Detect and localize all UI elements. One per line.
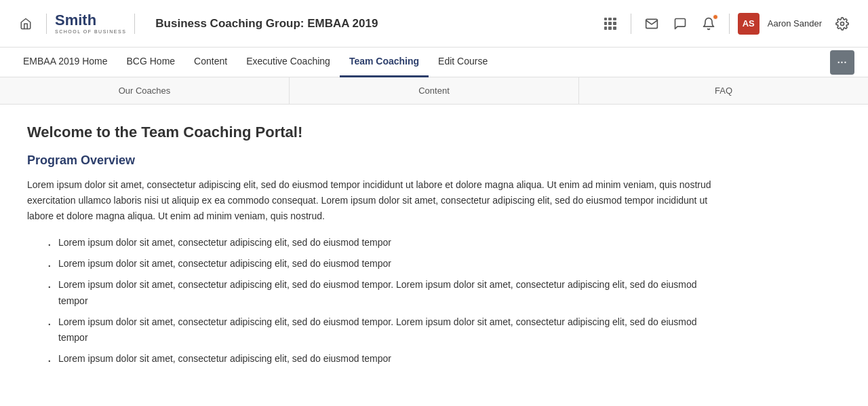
logo-name: Smith [55,12,96,29]
list-item: Lorem ipsum dolor sit amet, consectetur … [47,351,719,367]
program-overview-heading: Program Overview [27,153,719,168]
nav-embaa-home[interactable]: EMBAA 2019 Home [14,48,117,77]
secondary-nav-faq[interactable]: FAQ [579,77,868,105]
bullet-list: Lorem ipsum dolor sit amet, consectetur … [27,235,719,367]
list-item: Lorem ipsum dolor sit amet, consectetur … [47,235,719,251]
nav-bcg-home[interactable]: BCG Home [117,48,185,77]
grid-icon [604,18,616,30]
secondary-nav-our-coaches[interactable]: Our Coaches [0,77,290,105]
divider-1 [46,14,47,34]
nav-team-coaching[interactable]: Team Coaching [340,48,429,77]
logo-subtitle: School of Business [55,29,126,35]
list-item: Lorem ipsum dolor sit amet, consectetur … [47,277,719,308]
main-content: Welcome to the Team Coaching Portal! Pro… [0,105,746,391]
avatar[interactable]: AS [738,13,760,35]
overview-paragraph: Lorem ipsum dolor sit amet, consectetur … [27,177,719,224]
top-bar-icons: AS Aaron Sander [598,12,854,36]
apps-grid-button[interactable] [598,12,623,36]
nav-content[interactable]: Content [184,48,237,77]
logo: Smith School of Business [55,12,126,35]
list-item: Lorem ipsum dolor sit amet, consectetur … [47,314,719,346]
nav-executive-coaching[interactable]: Executive Coaching [237,48,340,77]
secondary-nav: Our Coaches Content FAQ [0,77,868,105]
secondary-nav-content[interactable]: Content [290,77,579,105]
primary-nav: EMBAA 2019 Home BCG Home Content Executi… [0,48,868,77]
nav-more-button[interactable]: ··· [830,50,854,75]
nav-edit-course[interactable]: Edit Course [429,48,497,77]
icon-divider-2 [729,14,730,34]
more-dots: ··· [837,57,848,68]
welcome-heading: Welcome to the Team Coaching Portal! [27,124,719,141]
settings-button[interactable] [830,12,854,36]
divider-2 [134,14,135,34]
mail-button[interactable] [639,12,664,36]
notification-dot [713,14,718,20]
page-title: Business Coaching Group: EMBAA 2019 [143,17,597,31]
svg-point-0 [841,22,844,25]
list-item: Lorem ipsum dolor sit amet, consectetur … [47,256,719,272]
notifications-button[interactable] [696,12,721,36]
home-button[interactable] [14,12,38,36]
user-name[interactable]: Aaron Sander [768,18,822,29]
icon-divider-1 [631,14,631,34]
chat-button[interactable] [668,12,692,36]
top-bar: Smith School of Business Business Coachi… [0,0,868,48]
